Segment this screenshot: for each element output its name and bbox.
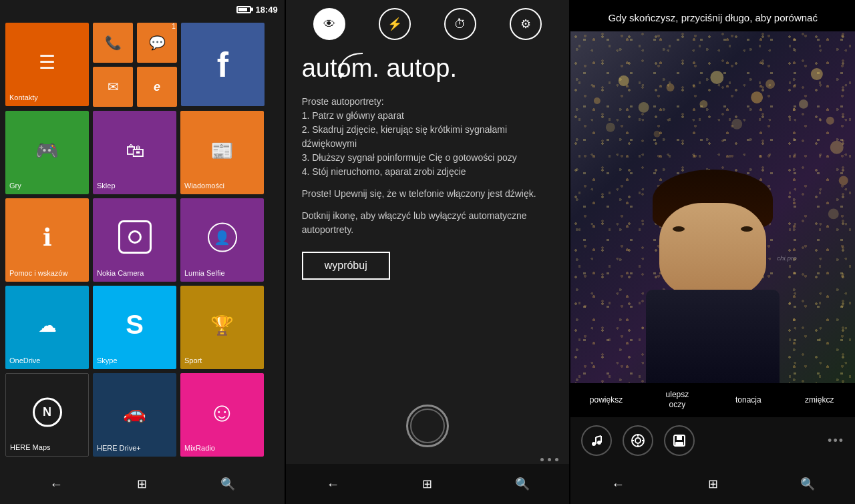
svg-point-14: [826, 117, 834, 125]
selfie-photo: chi.pro: [570, 31, 855, 383]
tile-sklep[interactable]: 🛍 Sklep: [93, 111, 176, 194]
tile-kontakty[interactable]: ☰ Kontakty: [5, 23, 89, 106]
camera-tutorial-content: autom. autop. Proste autoportrety: 1. Pa…: [286, 48, 570, 394]
tile-pomoc-label: Pomoc i wskazów: [9, 269, 67, 278]
tutorial-line-2: Proste! Upewnij się, że w telefonie włąc…: [302, 187, 554, 201]
lumia-selfie-icon: 👤: [208, 222, 237, 252]
tile-nokia-camera-label: Nokia Camera: [97, 269, 144, 278]
tile-pomoc[interactable]: ℹ Pomoc i wskazów: [5, 198, 89, 282]
svg-point-25: [635, 438, 641, 443]
tool-ulepsz-oczy-label: ulepszoczy: [657, 390, 697, 411]
messaging-badge: 1: [168, 23, 177, 32]
edit-toolbar: powiększ ulepszoczy tonacja zmiękcz: [570, 383, 855, 417]
tile-onedrive-label: OneDrive: [9, 356, 40, 365]
dot-3: [555, 458, 558, 461]
mixradio-icon: ☺: [208, 397, 236, 427]
tool-ulepsz-oczy[interactable]: ulepszoczy: [657, 390, 697, 411]
tile-sport[interactable]: 🏆 Sport: [180, 286, 264, 369]
tiles-row-4: ☁ OneDrive S Skype 🏆 Sport: [5, 286, 279, 369]
eye-settings-icon[interactable]: [623, 425, 653, 456]
selfie-back-button[interactable]: ←: [605, 471, 631, 497]
more-options-dots[interactable]: •••: [828, 434, 844, 448]
tile-here-maps[interactable]: N HERE Maps: [5, 373, 89, 457]
tile-lumia-selfie[interactable]: 👤 Lumia Selfie: [180, 198, 264, 282]
tile-gry[interactable]: 🎮 Gry: [5, 111, 89, 194]
tile-ie[interactable]: e: [137, 67, 177, 107]
wiadomosci-icon: 📰: [210, 140, 234, 162]
shutter-button[interactable]: [406, 405, 449, 447]
camera-screen: 👁 ⚡ ⏱ ⚙ autom. autop. Proste autoportret…: [286, 0, 570, 504]
tile-phone[interactable]: 📞: [93, 23, 133, 63]
svg-point-11: [606, 123, 615, 132]
tutorial-line-3: Dotknij ikonę, aby włączyć lub wyłączyć …: [302, 209, 554, 237]
tile-nokia-camera[interactable]: Nokia Camera: [93, 198, 176, 282]
tool-powieksz[interactable]: powiększ: [586, 395, 627, 406]
tiles-row-2: 🎮 Gry 🛍 Sklep 📰 Wiadomości: [5, 111, 279, 194]
skype-icon: S: [126, 310, 144, 340]
messaging-icon: 💬: [149, 35, 166, 51]
tile-messaging[interactable]: 💬 1: [137, 23, 177, 63]
navbar-selfie: ← ⊞ 🔍: [570, 464, 855, 504]
phone-icon: 📞: [105, 35, 122, 51]
navbar-camera: ← ⊞ 🔍: [286, 464, 570, 504]
camera-top-bar: 👁 ⚡ ⏱ ⚙: [286, 0, 570, 48]
tile-onedrive[interactable]: ☁ OneDrive: [5, 286, 89, 369]
tile-wiadomosci[interactable]: 📰 Wiadomości: [180, 111, 264, 194]
tile-email[interactable]: ✉: [93, 67, 133, 107]
svg-point-12: [654, 131, 661, 138]
camera-dots: [286, 458, 570, 464]
tool-zmiekcz-label: zmiękcz: [800, 395, 840, 406]
timer-icon[interactable]: ⏱: [444, 8, 476, 40]
tile-kontakty-label: Kontakty: [9, 93, 38, 102]
tile-group-right1: 📞 💬 1 ✉ e: [93, 23, 177, 107]
dot-1: [540, 458, 544, 461]
svg-point-1: [619, 75, 629, 86]
shutter-area: [286, 394, 570, 458]
camera-search-button[interactable]: 🔍: [509, 471, 536, 497]
photo-background: chi.pro: [570, 31, 855, 383]
tool-tonacja[interactable]: tonacja: [728, 395, 768, 406]
tutorial-line-1: Proste autoportrety: 1. Patrz w główny a…: [302, 95, 554, 179]
windows-button[interactable]: ⊞: [129, 471, 156, 497]
selfie-bottom-bar: •••: [570, 417, 855, 464]
gry-icon: 🎮: [35, 140, 59, 162]
search-button[interactable]: 🔍: [214, 471, 241, 497]
flash-icon[interactable]: ⚡: [379, 8, 411, 40]
tile-lumia-selfie-label: Lumia Selfie: [184, 269, 225, 278]
navbar-home: ← ⊞ 🔍: [0, 464, 285, 504]
back-button[interactable]: ←: [43, 471, 69, 497]
ie-icon: e: [154, 80, 160, 94]
tool-zmiekcz[interactable]: zmiękcz: [800, 395, 840, 406]
dot-2: [548, 458, 551, 461]
pomoc-icon: ℹ: [43, 223, 52, 251]
selfie-search-button[interactable]: 🔍: [794, 471, 821, 497]
auto-portrait-icon[interactable]: 👁: [313, 8, 345, 40]
tile-sklep-label: Sklep: [97, 182, 116, 190]
tile-facebook[interactable]: f: [181, 23, 265, 106]
selfie-screen: Gdy skończysz, przyciśnij długo, aby por…: [570, 0, 855, 504]
status-bar: 18:49: [0, 0, 285, 19]
selfie-windows-button[interactable]: ⊞: [699, 471, 726, 497]
face: [659, 203, 766, 296]
svg-point-13: [732, 119, 743, 130]
here-maps-icon: N: [33, 397, 62, 427]
tile-skype[interactable]: S Skype: [93, 286, 176, 369]
tile-here-drive[interactable]: 🚗 HERE Drive+: [93, 373, 176, 457]
music-note-icon[interactable]: [581, 425, 612, 456]
camera-back-button[interactable]: ←: [319, 471, 346, 497]
tile-row-small2: ✉ e: [93, 67, 177, 107]
settings-cam-icon[interactable]: ⚙: [510, 8, 542, 40]
tiles-row-3: ℹ Pomoc i wskazów Nokia Camera 👤 Lumia S…: [5, 198, 279, 282]
svg-rect-32: [675, 442, 683, 446]
sklep-icon: 🛍: [126, 140, 144, 162]
tool-tonacja-label: tonacja: [728, 395, 768, 406]
battery-icon: [236, 6, 251, 13]
home-screen: 18:49 ☰ Kontakty 📞 💬 1: [0, 0, 285, 504]
camera-windows-button[interactable]: ⊞: [414, 471, 441, 497]
tile-mixradio[interactable]: ☺ MixRadio: [180, 373, 264, 457]
svg-line-23: [596, 436, 601, 437]
save-icon[interactable]: [664, 425, 695, 456]
tile-here-drive-label: HERE Drive+: [97, 444, 141, 453]
here-drive-icon: 🚗: [123, 402, 146, 424]
try-button[interactable]: wypróbuj: [302, 252, 390, 280]
